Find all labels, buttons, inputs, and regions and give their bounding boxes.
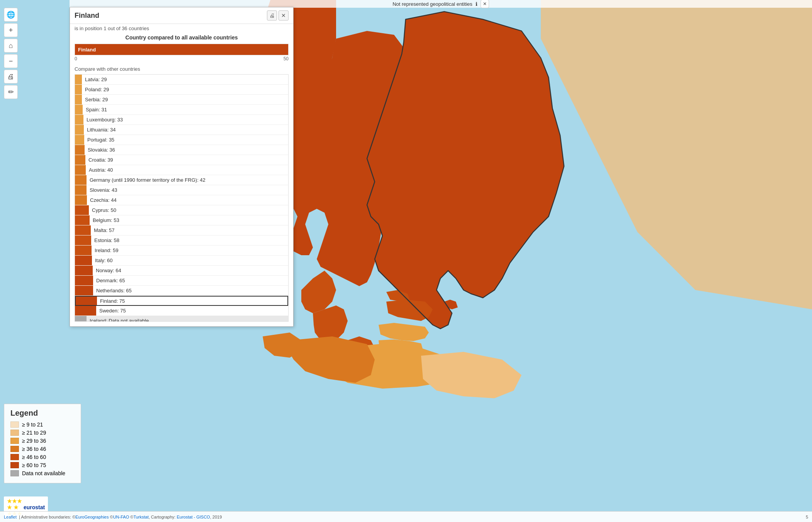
country-color-bar [75, 215, 90, 225]
plus-icon: + [9, 26, 13, 34]
country-row[interactable]: Slovenia: 43 [75, 185, 288, 195]
country-name-label: Norway: 64 [93, 268, 288, 273]
country-name-label: Portugal: 35 [84, 137, 288, 143]
footer-bar: Leaflet | Administrative boundaries: ©Eu… [0, 511, 812, 522]
country-row[interactable]: Estonia: 58 [75, 235, 288, 246]
modal-body: Country compared to all available countr… [70, 34, 293, 326]
legend-color-swatch [10, 446, 19, 452]
country-name-label: Iceland: Data not available [87, 318, 288, 322]
country-row[interactable]: Netherlands: 65 [75, 286, 288, 296]
close-not-rep-btn[interactable]: ✕ [481, 0, 489, 8]
country-row[interactable]: Finland: 75 [75, 296, 288, 306]
country-row[interactable]: Cyprus: 50 [75, 205, 288, 215]
country-row[interactable]: Malta: 57 [75, 225, 288, 235]
turkstat-link[interactable]: Turkstat [133, 515, 148, 519]
country-color-bar [75, 205, 89, 215]
country-row[interactable]: Austria: 40 [75, 165, 288, 175]
legend-color-swatch [10, 454, 19, 460]
country-name-label: Estonia: 58 [91, 237, 288, 243]
chart-title: Country compared to all available countr… [75, 34, 289, 41]
country-name-label: Netherlands: 65 [93, 288, 288, 293]
legend-title: Legend [10, 409, 75, 418]
country-color-bar [75, 316, 87, 322]
country-row[interactable]: Germany (until 1990 former territory of … [75, 175, 288, 185]
modal-title: Finland [75, 12, 99, 20]
country-color-bar [75, 115, 83, 125]
legend-item-label: Data not available [22, 470, 65, 476]
country-row[interactable]: Slovakia: 36 [75, 145, 288, 155]
minus-icon: − [9, 57, 13, 65]
legend-item-label: ≥ 29 to 36 [22, 438, 46, 444]
country-row[interactable]: Belgium: 53 [75, 215, 288, 225]
country-row[interactable]: Serbia: 29 [75, 95, 288, 105]
not-represented-text: Not represented geopolitical entities [392, 1, 472, 7]
footer-text: Leaflet | Administrative boundaries: ©Eu… [4, 515, 222, 519]
legend-item-label: ≥ 9 to 21 [22, 421, 43, 428]
country-color-bar [75, 246, 92, 255]
home-button[interactable]: ⌂ [4, 39, 18, 53]
edit-button[interactable]: ✏ [4, 85, 18, 99]
globe-icon: 🌐 [7, 10, 15, 19]
country-name-label: Spain: 31 [83, 107, 288, 113]
country-color-bar [75, 125, 84, 135]
modal-print-button[interactable]: 🖨 [267, 10, 277, 20]
modal-print-icon: 🖨 [269, 12, 275, 19]
legend-item-label: ≥ 46 to 60 [22, 454, 46, 460]
finland-bar: Finland [75, 44, 288, 55]
unfao-link[interactable]: UN-FAO [113, 515, 129, 519]
country-name-label: Slovenia: 43 [87, 187, 288, 193]
axis-zero: 0 [75, 56, 77, 61]
zoom-in-button[interactable]: + [4, 23, 18, 37]
country-name-label: Malta: 57 [91, 227, 288, 233]
country-color-bar [75, 286, 93, 295]
country-row[interactable]: Czechia: 44 [75, 195, 288, 205]
country-row[interactable]: Portugal: 35 [75, 135, 288, 145]
gisco-link[interactable]: Eurostat - GISCO [177, 515, 210, 519]
country-row[interactable]: Ireland: 59 [75, 246, 288, 256]
country-row[interactable]: Sweden: 75 [75, 306, 288, 316]
country-color-bar [75, 256, 92, 265]
legend-items: ≥ 9 to 21≥ 21 to 29≥ 29 to 36≥ 36 to 46≥… [10, 421, 75, 476]
country-row[interactable]: Norway: 64 [75, 266, 288, 276]
home-icon: ⌂ [9, 42, 13, 50]
globe-button[interactable]: 🌐 [4, 8, 18, 22]
country-row[interactable]: Poland: 29 [75, 85, 288, 95]
zoom-out-button[interactable]: − [4, 54, 18, 68]
country-name-label: Cyprus: 50 [89, 207, 288, 213]
print-icon: 🖨 [7, 73, 14, 81]
legend-color-swatch [10, 462, 19, 468]
bar-chart: Finland 0 50 [75, 44, 289, 62]
country-list[interactable]: Latvia: 29Poland: 29Serbia: 29Spain: 31L… [75, 74, 289, 322]
country-row[interactable]: Spain: 31 [75, 105, 288, 115]
country-color-bar [75, 306, 96, 316]
country-color-bar [76, 297, 97, 305]
country-color-bar [75, 276, 93, 285]
eurostat-label: eurostat [24, 504, 45, 510]
country-name-label: Denmark: 65 [93, 278, 288, 283]
country-row[interactable]: Italy: 60 [75, 256, 288, 266]
country-row[interactable]: Latvia: 29 [75, 75, 288, 85]
modal-close-icon: ✕ [281, 12, 286, 19]
country-name-label: Poland: 29 [82, 87, 288, 92]
page-number: 5 [806, 515, 808, 519]
country-row[interactable]: Denmark: 65 [75, 276, 288, 286]
legend-color-swatch [10, 430, 19, 436]
country-color-bar [75, 225, 91, 235]
bar-axis: 0 50 [75, 55, 289, 62]
modal-close-button[interactable]: ✕ [279, 10, 289, 20]
country-name-label: Finland: 75 [97, 298, 287, 304]
not-represented-header: Not represented geopolitical entities ℹ … [70, 0, 812, 8]
country-row[interactable]: Croatia: 39 [75, 155, 288, 165]
legend-item: ≥ 9 to 21 [10, 421, 75, 428]
country-row[interactable]: Lithuania: 34 [75, 125, 288, 135]
country-color-bar [75, 266, 93, 275]
country-row[interactable]: Luxembourg: 33 [75, 115, 288, 125]
info-icon[interactable]: ℹ [476, 1, 477, 7]
country-name-label: Italy: 60 [92, 258, 288, 263]
legend-item: Data not available [10, 470, 75, 476]
legend-color-swatch [10, 421, 19, 428]
country-row[interactable]: Iceland: Data not available [75, 316, 288, 322]
eurogeographies-link[interactable]: EuroGeographies [75, 515, 109, 519]
print-map-button[interactable]: 🖨 [4, 70, 18, 84]
leaflet-link[interactable]: Leaflet [4, 515, 17, 519]
